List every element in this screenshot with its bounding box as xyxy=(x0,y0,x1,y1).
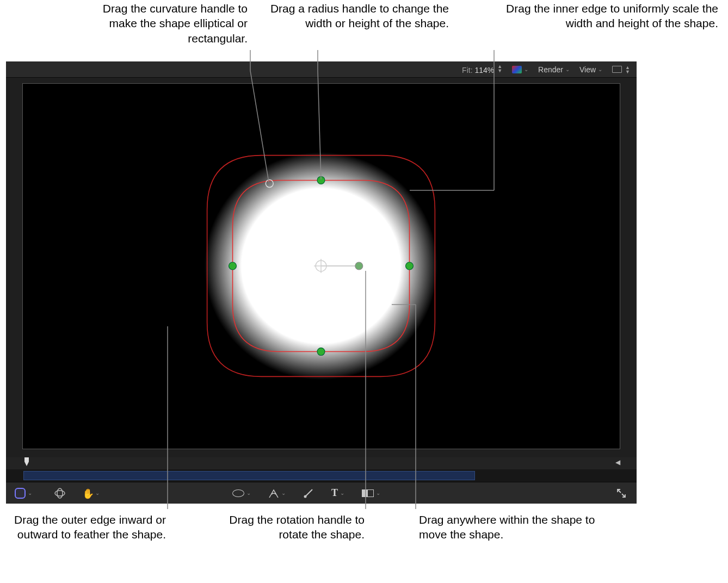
text-tool-icon: T xyxy=(331,487,338,499)
pen-tool[interactable]: ⌄ xyxy=(265,485,289,501)
brush-tool[interactable] xyxy=(300,485,317,501)
radius-handle-top[interactable] xyxy=(317,176,325,184)
svg-point-5 xyxy=(55,491,65,496)
chevron-down-icon: ⌄ xyxy=(524,66,528,72)
chevron-down-icon: ⌄ xyxy=(95,490,100,496)
svg-marker-4 xyxy=(24,457,29,466)
play-range-bar[interactable] xyxy=(23,471,475,480)
mask-tool-icon xyxy=(362,489,374,497)
ellipse-shape-icon xyxy=(232,489,244,497)
viewer-window: Fit: 114% ▲▼ ⌄ Render ⌄ View ⌄ ▲▼ xyxy=(6,61,637,504)
callout-inner-edge: Drag the inner edge to uniformly scale t… xyxy=(490,1,718,31)
radius-handle-bottom[interactable] xyxy=(317,348,325,356)
color-swatch-menu[interactable]: ⌄ xyxy=(512,66,528,73)
chevron-down-icon: ⌄ xyxy=(376,490,380,496)
play-range-row[interactable] xyxy=(6,469,637,482)
rotation-handle[interactable] xyxy=(355,262,363,270)
callout-radius: Drag a radius handle to change the width… xyxy=(269,1,449,31)
orbit-3d-icon xyxy=(54,487,66,499)
expand-canvas-button[interactable] xyxy=(613,486,630,501)
pen-tool-icon xyxy=(268,488,279,499)
canvas[interactable] xyxy=(22,83,620,449)
callout-rotation: Drag the rotation handle to rotate the s… xyxy=(201,512,365,542)
svg-point-6 xyxy=(57,488,63,498)
callout-curvature: Drag the curvature handle to make the sh… xyxy=(87,1,248,46)
text-tool[interactable]: T⌄ xyxy=(328,485,348,501)
render-menu[interactable]: Render ⌄ xyxy=(538,65,570,74)
chevron-down-icon: ⌄ xyxy=(281,490,286,496)
hand-icon: ✋ xyxy=(82,488,93,499)
stepper-icon: ▲▼ xyxy=(497,64,502,73)
callout-move: Drag anywhere within the shape to move t… xyxy=(419,512,599,542)
svg-point-7 xyxy=(304,495,307,498)
chevron-down-icon: ⌄ xyxy=(28,490,32,496)
zoom-fit-control[interactable]: Fit: 114% ▲▼ xyxy=(462,64,502,75)
playhead-icon xyxy=(24,457,29,466)
radius-handle-left[interactable] xyxy=(229,262,237,270)
shape-select-tool[interactable]: ⌄ xyxy=(11,486,35,501)
view-menu[interactable]: View ⌄ xyxy=(579,65,602,74)
out-point-icon: ◀ xyxy=(615,458,620,466)
mini-timeline[interactable]: ◀ xyxy=(6,457,637,469)
expand-icon xyxy=(616,488,627,499)
radius-handle-right[interactable] xyxy=(406,262,414,270)
zoom-value: 114% xyxy=(474,66,494,75)
view-label: View xyxy=(579,65,596,74)
gradient-swatch-icon xyxy=(512,66,522,73)
viewer-topbar: Fit: 114% ▲▼ ⌄ Render ⌄ View ⌄ ▲▼ xyxy=(6,61,637,78)
callout-outer-edge: Drag the outer edge inward or outward to… xyxy=(14,512,166,542)
fit-label: Fit: xyxy=(462,66,472,75)
render-label: Render xyxy=(538,65,563,74)
chevron-down-icon: ⌄ xyxy=(598,66,602,72)
brush-tool-icon xyxy=(303,488,314,499)
output-monitor-menu[interactable]: ▲▼ xyxy=(612,65,630,74)
stepper-icon: ▲▼ xyxy=(625,65,630,74)
monitor-icon xyxy=(612,66,622,73)
orbit-3d-tool[interactable] xyxy=(51,485,69,501)
canvas-toolbar: ⌄ ✋⌄ ⌄ ⌄ T⌄ ⌄ xyxy=(6,482,637,504)
mask-tool[interactable]: ⌄ xyxy=(359,485,384,501)
chevron-down-icon: ⌄ xyxy=(340,490,344,496)
onscreen-controls-svg xyxy=(23,84,620,449)
hand-tool[interactable]: ✋⌄ xyxy=(79,486,103,501)
chevron-down-icon: ⌄ xyxy=(246,490,251,496)
shape-select-icon xyxy=(15,488,26,499)
ellipse-shape-tool[interactable]: ⌄ xyxy=(229,485,254,501)
chevron-down-icon: ⌄ xyxy=(565,66,570,72)
